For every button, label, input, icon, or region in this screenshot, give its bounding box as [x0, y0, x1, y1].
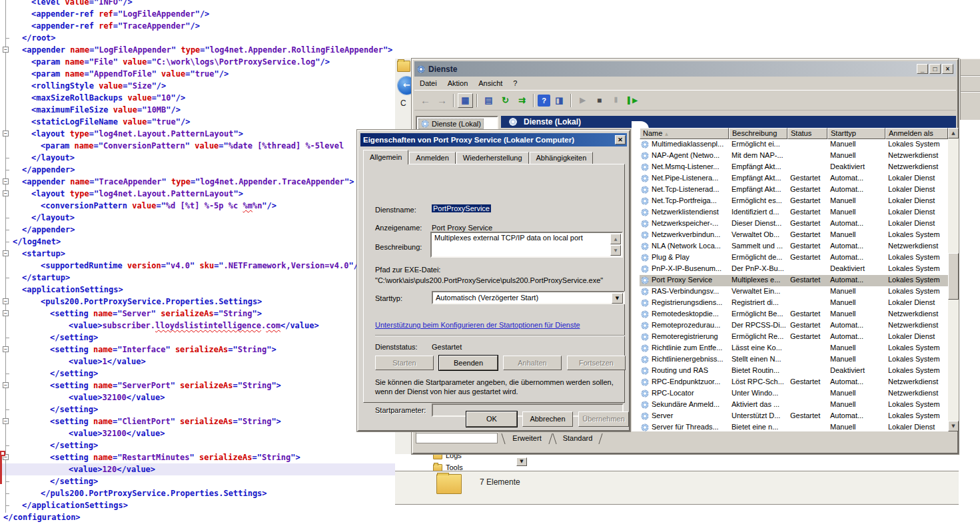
start-service-icon[interactable]: ▶	[575, 93, 590, 108]
code-line: <setting name="Interface" serializeAs="S…	[0, 344, 408, 356]
services-scrollbar[interactable]: ▲ ▼	[948, 128, 959, 431]
tab-erweitert[interactable]: Erweitert	[506, 433, 548, 444]
fold-collapse-icon[interactable]: −	[3, 190, 9, 196]
service-row[interactable]: RemoteregistrierungErmöglicht Re...Gesta…	[640, 332, 948, 343]
fold-collapse-icon[interactable]: −	[3, 131, 9, 136]
starten-button[interactable]: Starten	[375, 356, 434, 370]
column-header-anmelden-als[interactable]: Anmelden als	[885, 128, 948, 139]
service-row[interactable]: Net.Pipe-Listenera...Empfängt Akt...Gest…	[640, 173, 948, 184]
beschreibung-box[interactable]: Multiplexes external TCP/IP data on loca…	[430, 232, 623, 258]
service-row[interactable]: Netzwerkspeicher-...Dieser Dienst...Gest…	[640, 218, 948, 230]
service-row[interactable]: Richtlinie zum Entfe...Lässt eine Ko...M…	[640, 343, 948, 354]
fold-collapse-icon[interactable]: −	[3, 250, 9, 256]
fold-collapse-icon[interactable]: −	[3, 310, 9, 316]
service-row[interactable]: NAP-Agent (Netwo...Mit dem NAP-...Manuel…	[640, 150, 948, 162]
export-list-icon[interactable]: ⇉	[514, 93, 530, 108]
uebernehmen-button[interactable]: Übernehmen	[578, 411, 629, 427]
combo-dropdown-icon[interactable]: ▼	[612, 293, 623, 304]
help-icon[interactable]: ?	[538, 95, 550, 107]
desc-scroll-down-icon[interactable]: ▼	[610, 245, 621, 256]
dialog-close-icon[interactable]: ✕	[615, 135, 626, 144]
service-row[interactable]: Richtlinienergebniss...Stellt einen N...…	[640, 354, 948, 366]
service-row[interactable]: Multimediaklassenpl...Ermöglicht ei...Ma…	[640, 139, 948, 150]
beenden-button[interactable]: Beenden	[439, 356, 498, 370]
ok-button[interactable]: OK	[466, 411, 517, 427]
service-description: Stellt einen N...	[732, 355, 781, 363]
services-toolbar: ←→▦▤↻⇉?◨▶■Ⅱ▌▶	[414, 91, 956, 111]
tab-standard[interactable]: Standard	[557, 433, 598, 444]
fold-collapse-icon[interactable]: −	[3, 418, 9, 424]
folder-row[interactable]: Logs	[433, 454, 462, 461]
tab-wiederherstellung[interactable]: Wiederherstellung	[456, 152, 529, 164]
explorer-combo-dropdown[interactable]: ▼	[516, 457, 527, 466]
column-header-status[interactable]: Status	[787, 128, 827, 139]
service-row[interactable]: PnP-X-IP-Busenum...Der PnP-X-Bu...Deakti…	[640, 264, 948, 275]
refresh-icon[interactable]: ↻	[498, 93, 513, 108]
tab-allgemein[interactable]: Allgemein	[363, 150, 408, 164]
tab-abhängigkeiten[interactable]: Abhängigkeiten	[530, 152, 594, 164]
column-header-starttyp[interactable]: Starttyp	[827, 128, 885, 139]
close-button[interactable]: ×	[942, 64, 953, 74]
scrollbar-thumb[interactable]	[948, 253, 959, 300]
dienstname-value[interactable]: PortProxyService	[432, 204, 491, 212]
tab-anmelden[interactable]: Anmelden	[409, 152, 456, 164]
service-row[interactable]: Registrierungsdiens...Registriert di...M…	[640, 298, 948, 309]
minimize-button[interactable]: _	[917, 64, 928, 74]
fortsetzen-button[interactable]: Fortsetzen	[567, 356, 626, 370]
menu-aktion[interactable]: Aktion	[442, 78, 474, 89]
pause-service-icon[interactable]: Ⅱ	[608, 93, 624, 108]
service-row[interactable]: Sekundäre Anmeld...Aktiviert das ...Manu…	[640, 399, 948, 411]
menu-ansicht[interactable]: Ansicht	[473, 78, 508, 89]
services-banner-gear-icon	[509, 118, 517, 126]
extended-view-icon[interactable]: ◨	[552, 93, 567, 108]
desc-scroll-up-icon[interactable]: ▲	[610, 234, 621, 244]
service-row[interactable]: Remotedesktopdie...Ermöglicht Be...Gesta…	[640, 309, 948, 320]
fold-collapse-icon[interactable]: −	[3, 47, 9, 53]
dialog-title-bar[interactable]: Eigenschaften von Port Proxy Service (Lo…	[360, 133, 627, 146]
starttyp-combobox[interactable]: Automatisch (Verzögerter Start) ▼	[432, 291, 625, 304]
service-row[interactable]: NetzwerklistendienstIdentifiziert d...Ge…	[640, 207, 948, 218]
startoptions-help-link[interactable]: Unterstützung beim Konfigurieren der Sta…	[375, 321, 580, 329]
fold-collapse-icon[interactable]: −	[3, 346, 9, 352]
tree-item-dienste-lokal[interactable]: Dienste (Lokal)	[418, 119, 484, 129]
service-description: Der RPCSS-Di...	[732, 321, 786, 329]
service-starttype: Manuell	[830, 355, 856, 363]
service-row[interactable]: RPC-LocatorUnter Windo...ManuellNetzwerk…	[640, 388, 948, 399]
service-row[interactable]: Routing und RASBietet Routin...Deaktivie…	[640, 366, 948, 377]
scroll-up-icon[interactable]: ▲	[948, 128, 959, 138]
console-tree-icon[interactable]: ▦	[458, 93, 473, 108]
service-row[interactable]: Plug & PlayErmöglicht de...GestartetAuto…	[640, 252, 948, 264]
service-row[interactable]: Net.Tcp-Portfreiga...Ermöglicht es...Ges…	[640, 196, 948, 207]
service-row[interactable]: Net.Msmq-Listener...Empfängt Akt...Deakt…	[640, 162, 948, 173]
service-row[interactable]: Server für Threads...Bietet eine n...Man…	[640, 422, 948, 431]
scroll-down-icon[interactable]: ▼	[948, 421, 959, 431]
service-name: Port Proxy Service	[652, 276, 712, 284]
properties-icon[interactable]: ▤	[481, 93, 496, 108]
stop-service-icon[interactable]: ■	[592, 93, 607, 108]
service-row[interactable]: RPC-Endpunktzuor...Löst RPC-Sch...Gestar…	[640, 377, 948, 388]
services-title-bar[interactable]: Dienste _ □ ×	[414, 61, 956, 77]
column-header-name[interactable]: Name ▲	[640, 128, 729, 139]
fold-collapse-icon[interactable]: −	[3, 178, 9, 184]
restart-service-icon[interactable]: ▌▶	[625, 93, 640, 108]
service-gear-icon	[641, 423, 648, 431]
service-row[interactable]: NLA (Network Loca...Sammelt und ...Gesta…	[640, 241, 948, 252]
service-row[interactable]: ServerUnterstützt D...GestartetAutomat..…	[640, 411, 948, 422]
abbrechen-button[interactable]: Abbrechen	[522, 411, 573, 427]
service-row[interactable]: Port Proxy ServiceMultiplexes e...Gestar…	[640, 275, 948, 286]
forward-icon[interactable]: →	[434, 93, 450, 108]
anhalten-button[interactable]: Anhalten	[503, 356, 562, 370]
back-icon[interactable]: ←	[418, 93, 433, 108]
service-row[interactable]: RAS-Verbindungsv...Verwaltet Ein...Manue…	[640, 286, 948, 298]
fold-collapse-icon[interactable]: −	[3, 382, 9, 388]
menu-datei[interactable]: Datei	[414, 78, 442, 89]
service-row[interactable]: Net.Tcp-Listenerad...Empfängt Akt...Gest…	[640, 184, 948, 196]
menu-?[interactable]: ?	[508, 78, 522, 89]
fold-collapse-icon[interactable]: −	[3, 298, 9, 304]
service-row[interactable]: Remoteprozedurau...Der RPCSS-Di...Gestar…	[640, 320, 948, 332]
maximize-button[interactable]: □	[929, 64, 941, 74]
service-starttype: Automat...	[830, 321, 863, 329]
service-row[interactable]: Netzwerkverbindun...Verwaltet Ob...Gesta…	[640, 230, 948, 241]
column-header-beschreibung[interactable]: Beschreibung	[729, 128, 787, 139]
service-name: Multimediaklassenpl...	[652, 140, 724, 148]
